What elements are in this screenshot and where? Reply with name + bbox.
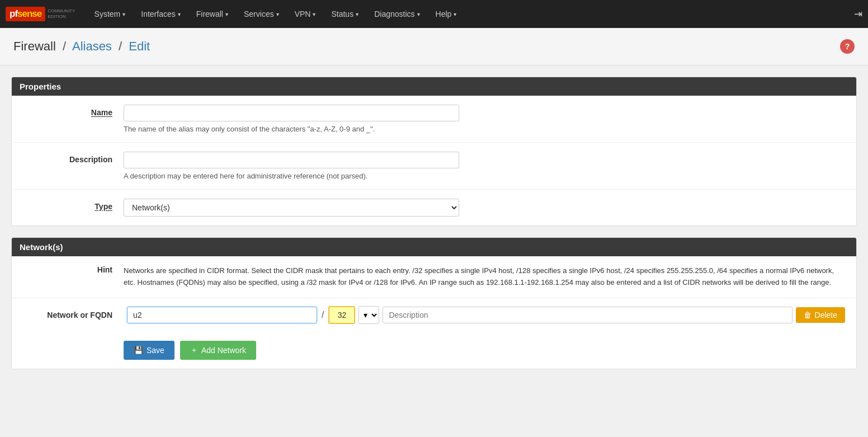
description-help: A description may be entered here for ad… [124, 172, 845, 180]
name-input[interactable] [124, 105, 459, 121]
trash-icon: 🗑 [804, 311, 812, 319]
chevron-down-icon: ▾ [225, 11, 228, 17]
description-row: Description A description may be entered… [12, 143, 856, 190]
network-fqdn-label: Network or FQDN [23, 311, 124, 319]
properties-panel-heading: Properties [12, 77, 856, 96]
nav-menu: System ▾ Interfaces ▾ Firewall ▾ Service… [87, 0, 854, 28]
save-icon: 💾 [134, 346, 143, 355]
main-content: Properties Name The name of the alias ma… [0, 65, 868, 392]
page-title: Firewall / Aliases / Edit [13, 39, 150, 54]
help-button[interactable]: ? [840, 39, 855, 54]
breadcrumb-firewall: Firewall [13, 39, 56, 53]
breadcrumb-aliases[interactable]: Aliases [72, 39, 112, 53]
brand-logo[interactable]: pfsense COMMUNITYEDITION [6, 7, 76, 21]
networks-panel: Network(s) Hint Networks are specified i… [11, 237, 857, 369]
slash-separator: / [320, 310, 325, 320]
chevron-down-icon: ▾ [454, 11, 456, 17]
chevron-down-icon: ▾ [313, 11, 315, 17]
nav-item-system[interactable]: System ▾ [87, 0, 134, 28]
networks-panel-heading: Network(s) [12, 238, 856, 256]
name-help: The name of the alias may only consist o… [124, 125, 845, 133]
chevron-down-icon: ▾ [178, 11, 181, 17]
network-description-input[interactable] [383, 307, 792, 323]
name-control-wrap: The name of the alias may only consist o… [124, 105, 845, 133]
cidr-dropdown[interactable]: ▾ [358, 306, 379, 324]
nav-item-firewall[interactable]: Firewall ▾ [188, 0, 236, 28]
footer-buttons: 💾 Save ＋ Add Network [12, 332, 856, 369]
hint-text: Networks are specified in CIDR format. S… [124, 265, 845, 289]
type-select[interactable]: Host(s) Network(s) Port(s) URL (IPs) URL… [124, 199, 459, 217]
chevron-down-icon: ▾ [276, 11, 279, 17]
navbar: pfsense COMMUNITYEDITION System ▾ Interf… [0, 0, 868, 28]
community-label: COMMUNITYEDITION [48, 8, 75, 19]
nav-item-interfaces[interactable]: Interfaces ▾ [133, 0, 188, 28]
logo-badge: pfsense [6, 7, 45, 21]
chevron-down-icon: ▾ [417, 11, 420, 17]
type-row: Type Host(s) Network(s) Port(s) URL (IPs… [12, 190, 856, 225]
properties-panel: Properties Name The name of the alias ma… [11, 77, 857, 226]
type-label: Type [23, 199, 124, 211]
hint-label: Hint [23, 265, 124, 274]
nav-item-help[interactable]: Help ▾ [428, 0, 465, 28]
cidr-input[interactable] [328, 306, 355, 324]
networks-panel-body: Hint Networks are specified in CIDR form… [12, 256, 856, 369]
nav-item-status[interactable]: Status ▾ [323, 0, 366, 28]
name-row: Name The name of the alias may only cons… [12, 96, 856, 143]
save-button[interactable]: 💾 Save [124, 341, 174, 360]
delete-button[interactable]: 🗑 Delete [796, 307, 845, 323]
logout-button[interactable]: ⇥ [854, 8, 862, 20]
nav-item-diagnostics[interactable]: Diagnostics ▾ [366, 0, 427, 28]
logout-icon: ⇥ [854, 8, 862, 20]
description-input[interactable] [124, 152, 459, 168]
network-fqdn-input[interactable] [127, 307, 317, 323]
name-label: Name [23, 105, 124, 117]
nav-item-services[interactable]: Services ▾ [236, 0, 287, 28]
description-control-wrap: A description may be entered here for ad… [124, 152, 845, 180]
network-fqdn-row: Network or FQDN / ▾ 🗑 Delete [12, 298, 856, 332]
nav-item-vpn[interactable]: VPN ▾ [287, 0, 324, 28]
hint-row: Hint Networks are specified in CIDR form… [12, 256, 856, 298]
description-label: Description [23, 152, 124, 164]
breadcrumb-edit: Edit [129, 39, 150, 53]
properties-panel-body: Name The name of the alias may only cons… [12, 96, 856, 225]
add-network-button[interactable]: ＋ Add Network [180, 341, 256, 360]
plus-icon: ＋ [190, 345, 198, 355]
chevron-down-icon: ▾ [356, 11, 358, 17]
chevron-down-icon: ▾ [122, 11, 125, 17]
type-control-wrap: Host(s) Network(s) Port(s) URL (IPs) URL… [124, 199, 845, 217]
breadcrumb: Firewall / Aliases / Edit ? [0, 28, 868, 65]
